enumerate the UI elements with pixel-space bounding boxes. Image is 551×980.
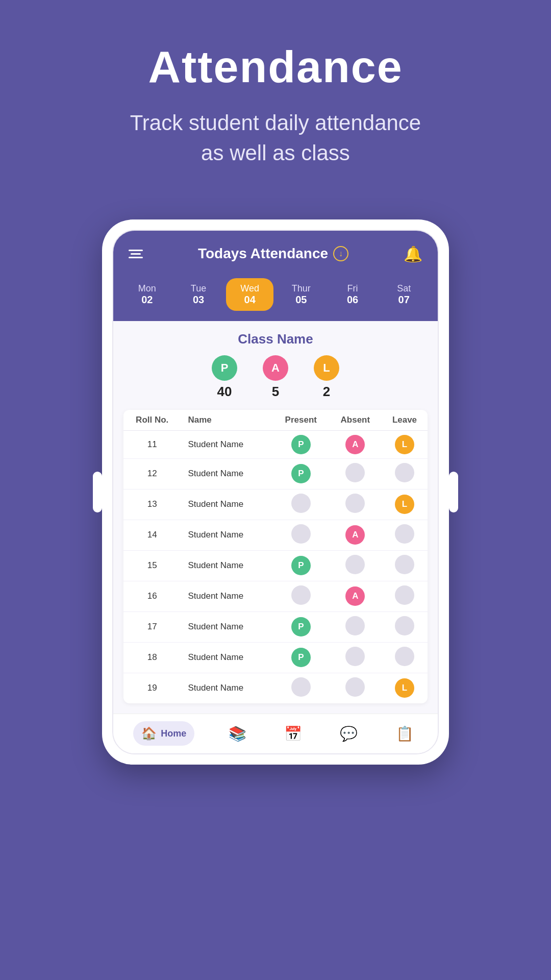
nav-item-home[interactable]: 🏠Home <box>133 721 194 746</box>
cell-leave[interactable] <box>382 520 428 550</box>
page-title: Attendance <box>31 41 520 93</box>
cell-absent[interactable] <box>329 458 382 489</box>
empty-circle <box>345 616 365 635</box>
app-title-text: Todays Attendance ↓ <box>198 246 348 262</box>
cell-roll: 19 <box>123 673 181 703</box>
stats-row: P 40 A 5 L 2 <box>123 355 428 400</box>
table-row: 13 Student Name L <box>123 489 428 520</box>
empty-circle <box>395 524 414 544</box>
cell-present[interactable]: P <box>273 550 329 581</box>
present-circle[interactable]: P <box>291 435 311 454</box>
day-item-fri[interactable]: Fri 06 <box>329 278 377 311</box>
cell-present[interactable] <box>273 520 329 550</box>
content-area: Class Name P 40 A 5 L 2 <box>113 321 438 714</box>
empty-circle <box>395 647 414 666</box>
cell-present[interactable] <box>273 489 329 520</box>
cell-leave[interactable]: L <box>382 430 428 458</box>
cell-present[interactable]: P <box>273 611 329 642</box>
cell-present[interactable] <box>273 673 329 703</box>
day-item-sat[interactable]: Sat 07 <box>380 278 428 311</box>
empty-circle <box>345 647 365 666</box>
download-icon[interactable]: ↓ <box>333 246 348 261</box>
empty-circle <box>345 677 365 697</box>
cell-name: Student Name <box>181 581 272 611</box>
present-circle[interactable]: P <box>291 648 311 667</box>
cell-name: Student Name <box>181 642 272 673</box>
absent-badge: A <box>263 355 288 381</box>
present-circle[interactable]: P <box>291 464 311 483</box>
cell-leave[interactable] <box>382 581 428 611</box>
cell-present[interactable]: P <box>273 642 329 673</box>
present-circle[interactable]: P <box>291 617 311 636</box>
table-row: 12 Student Name P <box>123 458 428 489</box>
present-count: 40 <box>217 384 232 400</box>
day-item-wed[interactable]: Wed 04 <box>226 278 273 311</box>
leave-badge: L <box>314 355 339 381</box>
cell-absent[interactable] <box>329 489 382 520</box>
cell-leave[interactable]: L <box>382 489 428 520</box>
cell-present[interactable] <box>273 581 329 611</box>
filter-icon[interactable] <box>129 250 143 258</box>
day-item-mon[interactable]: Mon 02 <box>123 278 171 311</box>
cell-roll: 13 <box>123 489 181 520</box>
table-row: 14 Student Name A <box>123 520 428 550</box>
page-subtitle: Track student daily attendanceas well as… <box>31 108 520 168</box>
leave-circle[interactable]: L <box>395 678 414 698</box>
cell-present[interactable]: P <box>273 458 329 489</box>
absent-circle[interactable]: A <box>345 525 365 545</box>
cell-absent[interactable]: A <box>329 520 382 550</box>
present-circle[interactable]: P <box>291 556 311 575</box>
empty-circle <box>395 463 414 482</box>
col-present: Present <box>273 410 329 431</box>
cell-roll: 15 <box>123 550 181 581</box>
cell-absent[interactable] <box>329 611 382 642</box>
cell-leave[interactable] <box>382 611 428 642</box>
col-roll: Roll No. <box>123 410 181 431</box>
cell-roll: 18 <box>123 642 181 673</box>
cell-leave[interactable] <box>382 458 428 489</box>
leave-count: 2 <box>323 384 330 400</box>
leave-circle[interactable]: L <box>395 495 414 514</box>
empty-circle <box>395 555 414 574</box>
table-row: 16 Student Name A <box>123 581 428 611</box>
empty-circle <box>395 616 414 635</box>
bottom-nav: 🏠Home📚📅💬📋 <box>113 714 438 753</box>
empty-circle <box>291 524 311 544</box>
day-item-thur[interactable]: Thur 05 <box>278 278 325 311</box>
cell-leave[interactable] <box>382 642 428 673</box>
cell-absent[interactable]: A <box>329 430 382 458</box>
cell-name: Student Name <box>181 458 272 489</box>
cell-absent[interactable] <box>329 642 382 673</box>
cell-name: Student Name <box>181 430 272 458</box>
empty-circle <box>345 494 365 513</box>
absent-stat: A 5 <box>263 355 288 400</box>
cell-absent[interactable]: A <box>329 581 382 611</box>
phone-frame: Todays Attendance ↓ 🔔 Mon 02 Tue 03 Wed … <box>102 219 449 765</box>
nav-icon-home: 🏠 <box>141 726 157 741</box>
bell-icon[interactable]: 🔔 <box>404 245 422 263</box>
table-row: 18 Student Name P <box>123 642 428 673</box>
day-item-tue[interactable]: Tue 03 <box>175 278 222 311</box>
cell-leave[interactable] <box>382 550 428 581</box>
leave-stat: L 2 <box>314 355 339 400</box>
absent-circle[interactable]: A <box>345 586 365 606</box>
nav-icon-books[interactable]: 📚 <box>224 721 251 746</box>
cell-absent[interactable] <box>329 550 382 581</box>
nav-icon-chat[interactable]: 💬 <box>336 721 362 746</box>
absent-circle[interactable]: A <box>345 435 365 454</box>
cell-absent[interactable] <box>329 673 382 703</box>
cell-present[interactable]: P <box>273 430 329 458</box>
cell-roll: 11 <box>123 430 181 458</box>
table-row: 15 Student Name P <box>123 550 428 581</box>
cell-leave[interactable]: L <box>382 673 428 703</box>
nav-icon-reports[interactable]: 📋 <box>392 721 418 746</box>
leave-circle[interactable]: L <box>395 435 414 454</box>
header-title-label: Todays Attendance <box>198 246 328 262</box>
nav-icon-calendar[interactable]: 📅 <box>280 721 306 746</box>
col-name: Name <box>181 410 272 431</box>
present-badge: P <box>212 355 237 381</box>
present-stat: P 40 <box>212 355 237 400</box>
table-row: 11 Student Name P A L <box>123 430 428 458</box>
cell-roll: 14 <box>123 520 181 550</box>
cell-roll: 12 <box>123 458 181 489</box>
